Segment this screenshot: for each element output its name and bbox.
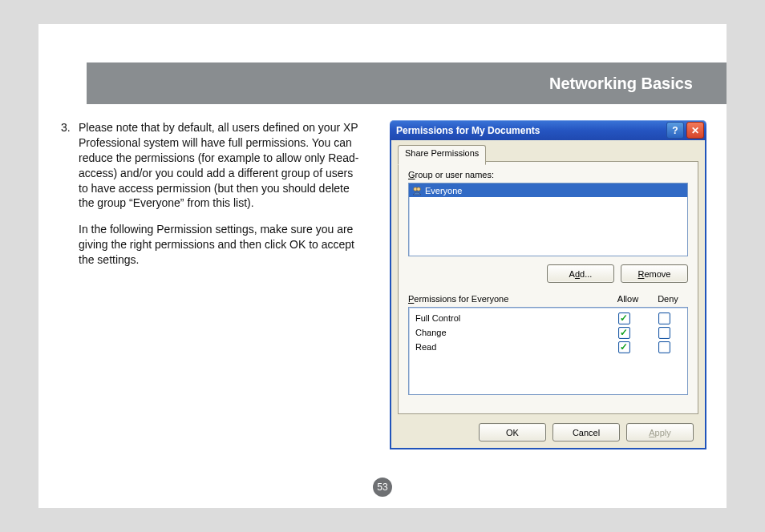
perm-name: Change	[412, 328, 604, 337]
close-button[interactable]: ✕	[686, 122, 704, 139]
apply-button[interactable]: Apply	[626, 423, 694, 441]
group-listbox[interactable]: Everyone	[408, 183, 688, 256]
dialog-title: Permissions for My Documents	[396, 125, 540, 136]
page: Networking Basics 3.Please note that by …	[38, 24, 727, 508]
tab-pane: Group or user names: Everyone	[398, 161, 698, 414]
checkbox-allow[interactable]	[618, 312, 630, 324]
group-names-label: Group or user names:	[408, 170, 688, 179]
instruction-text: 3.Please note that by default, all users…	[61, 120, 366, 268]
step-number: 3.	[61, 120, 79, 135]
col-allow-label: Allow	[608, 294, 648, 304]
content-area: 3.Please note that by default, all users…	[61, 120, 712, 476]
help-button[interactable]: ?	[666, 122, 684, 139]
page-number-badge: 53	[373, 478, 392, 497]
permissions-list: Full Control Change Read	[408, 307, 688, 395]
checkbox-allow[interactable]	[618, 327, 630, 339]
cancel-button[interactable]: Cancel	[552, 423, 620, 441]
paragraph-1: Please note that by default, all users d…	[79, 120, 359, 211]
tab-share-permissions[interactable]: Share Permissions	[398, 145, 486, 165]
permissions-dialog: Permissions for My Documents ? ✕ Share P…	[390, 120, 706, 451]
permissions-header: Permissions for Everyone Allow Deny	[408, 294, 688, 304]
perm-row: Read	[412, 340, 684, 354]
page-title: Networking Basics	[549, 75, 693, 93]
svg-point-1	[417, 187, 421, 191]
col-deny-label: Deny	[648, 294, 688, 304]
add-button[interactable]: Add...	[547, 264, 614, 283]
tab-label: Share Permissions	[405, 148, 479, 158]
close-icon: ✕	[691, 125, 699, 136]
list-item-label: Everyone	[425, 186, 462, 195]
add-remove-row: Add... Remove	[408, 264, 688, 283]
perm-row: Change	[412, 325, 684, 340]
dialog-body: Share Permissions Group or user names:	[390, 140, 706, 449]
checkbox-deny[interactable]	[658, 341, 670, 353]
perm-row: Full Control	[412, 311, 684, 325]
help-icon: ?	[672, 125, 678, 136]
paragraph-2: In the following Permission settings, ma…	[61, 222, 366, 268]
checkbox-allow[interactable]	[618, 341, 630, 353]
header-bar: Networking Basics	[87, 62, 727, 104]
perm-name: Read	[412, 342, 604, 352]
list-item-everyone[interactable]: Everyone	[409, 183, 687, 197]
page-number: 53	[377, 482, 387, 493]
remove-button[interactable]: Remove	[621, 264, 688, 283]
group-icon	[411, 185, 423, 196]
checkbox-deny[interactable]	[658, 312, 670, 324]
perm-name: Full Control	[412, 313, 604, 323]
dialog-button-row: OK Cancel Apply	[391, 423, 705, 441]
ok-button[interactable]: OK	[479, 423, 546, 441]
checkbox-deny[interactable]	[658, 327, 670, 339]
dialog-titlebar: Permissions for My Documents ? ✕	[390, 120, 706, 140]
